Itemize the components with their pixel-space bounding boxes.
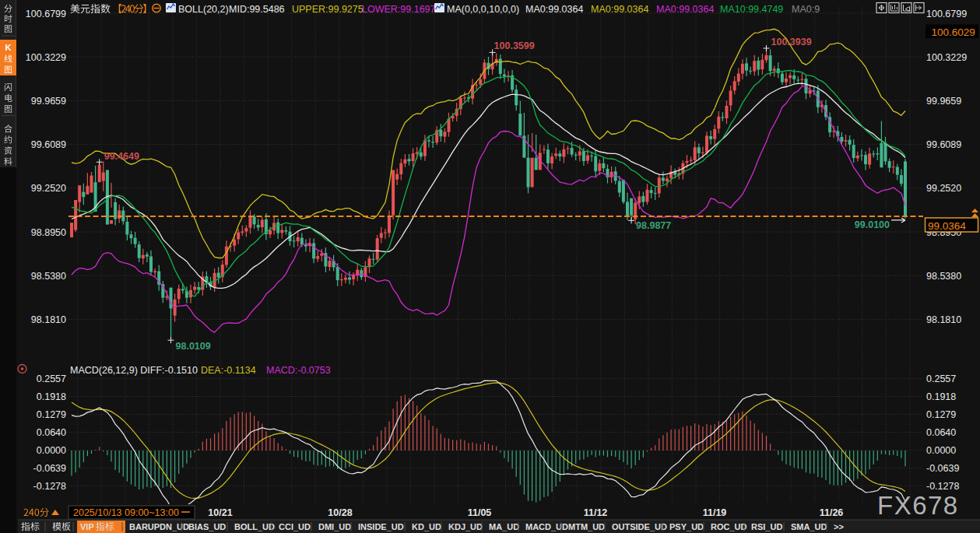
svg-text:10/28: 10/28 [328, 507, 352, 518]
svg-text:100.3939: 100.3939 [771, 37, 812, 47]
svg-text:KD_UD: KD_UD [412, 522, 441, 531]
svg-text:99.6089: 99.6089 [31, 139, 66, 150]
svg-text:-0.0639: -0.0639 [926, 463, 959, 474]
svg-text:0.0640: 0.0640 [926, 427, 956, 438]
svg-text:CCI_UD: CCI_UD [279, 522, 311, 531]
svg-text:MA0:99.0364: MA0:99.0364 [591, 4, 648, 15]
svg-text:0.0000: 0.0000 [926, 445, 956, 456]
svg-text:MA0:99.0364: MA0:99.0364 [656, 4, 714, 15]
svg-text:0.1918: 0.1918 [37, 391, 66, 402]
svg-text:0.2557: 0.2557 [926, 373, 956, 384]
svg-text:99.9659: 99.9659 [31, 96, 66, 107]
svg-text:RSI_UD: RSI_UD [751, 522, 782, 531]
svg-text:MID:99.5486: MID:99.5486 [229, 4, 285, 15]
svg-text:UPPER:99.9275: UPPER:99.9275 [292, 4, 364, 15]
svg-text:11/05: 11/05 [468, 507, 492, 518]
svg-text:98.0109: 98.0109 [176, 341, 211, 352]
svg-text:100.6799: 100.6799 [26, 9, 66, 19]
svg-text:-0.1278: -0.1278 [33, 481, 66, 492]
svg-text:0.0000: 0.0000 [37, 445, 66, 456]
svg-text:MACD(26,12,9) DIFF:-0.1510: MACD(26,12,9) DIFF:-0.1510 [70, 365, 198, 376]
svg-text:-0.0639: -0.0639 [33, 463, 66, 474]
svg-text:99.2520: 99.2520 [926, 183, 961, 194]
svg-text:BOLL(20,2): BOLL(20,2) [178, 4, 229, 15]
svg-text:98.8950: 98.8950 [31, 227, 66, 238]
svg-text:OUTSIDE_UD: OUTSIDE_UD [612, 522, 667, 531]
svg-text:98.1810: 98.1810 [926, 314, 961, 325]
svg-text:11/12: 11/12 [584, 507, 608, 518]
svg-text:DMI_UD: DMI_UD [318, 522, 351, 531]
svg-text:KDJ_UD: KDJ_UD [448, 522, 483, 531]
svg-text:100.6029: 100.6029 [932, 26, 975, 38]
svg-text:98.1810: 98.1810 [31, 314, 66, 325]
svg-text:MA(0,0,0,10,0,0): MA(0,0,0,10,0,0) [447, 4, 519, 15]
svg-text:ROC_UD: ROC_UD [711, 522, 747, 531]
svg-text:MA0:9: MA0:9 [792, 4, 820, 15]
svg-text:100.3599: 100.3599 [494, 40, 535, 51]
svg-text:MTM_UD: MTM_UD [568, 522, 605, 531]
svg-text:99.6089: 99.6089 [926, 139, 961, 150]
svg-text:0.1279: 0.1279 [926, 409, 956, 420]
svg-text:98.5380: 98.5380 [31, 271, 66, 282]
svg-text:0.0640: 0.0640 [37, 427, 66, 438]
svg-text:VIP: VIP [80, 522, 94, 531]
svg-text:99.0364: 99.0364 [928, 220, 966, 232]
svg-text:99.9659: 99.9659 [926, 96, 961, 107]
svg-text:10/21: 10/21 [208, 507, 232, 518]
svg-text:MACD:-0.0753: MACD:-0.0753 [266, 365, 331, 376]
svg-text:99.0100: 99.0100 [855, 219, 890, 230]
svg-text:SMA_UD: SMA_UD [791, 522, 827, 531]
svg-text:100.6799: 100.6799 [926, 9, 967, 19]
svg-text:MACD_UD: MACD_UD [525, 522, 568, 531]
svg-text:100.3229: 100.3229 [926, 52, 967, 63]
svg-text:LOWER:99.1697: LOWER:99.1697 [362, 4, 436, 15]
svg-text:99.2520: 99.2520 [31, 183, 66, 194]
svg-text:99.4649: 99.4649 [104, 151, 139, 162]
svg-text:FX678: FX678 [877, 491, 959, 520]
svg-text:BIAS_UD: BIAS_UD [188, 522, 226, 531]
svg-text:PSY_UD: PSY_UD [669, 522, 704, 531]
svg-text:MA_UD: MA_UD [489, 522, 519, 531]
svg-text:0.2557: 0.2557 [37, 373, 66, 384]
svg-text:INSIDE_UD: INSIDE_UD [358, 522, 404, 531]
svg-text:MA0:99.0364: MA0:99.0364 [525, 4, 583, 15]
svg-text:11/19: 11/19 [703, 507, 727, 518]
svg-text:0.1279: 0.1279 [37, 409, 66, 420]
svg-text:MA10:99.4749: MA10:99.4749 [720, 4, 783, 15]
svg-text:0.1918: 0.1918 [926, 391, 956, 402]
svg-text:11/26: 11/26 [820, 507, 844, 518]
svg-text:2025/10/13 09:00~13:00: 2025/10/13 09:00~13:00 [73, 507, 179, 518]
svg-text:100.3229: 100.3229 [26, 52, 66, 63]
svg-text:98.9877: 98.9877 [636, 220, 671, 231]
svg-text:DEA:-0.1134: DEA:-0.1134 [201, 365, 256, 376]
svg-text:BARUPDN_UD: BARUPDN_UD [129, 522, 189, 531]
svg-text:BOLL_UD: BOLL_UD [234, 522, 275, 531]
svg-text:98.5380: 98.5380 [926, 271, 961, 282]
svg-text:-0.1278: -0.1278 [926, 481, 959, 492]
svg-text:K: K [5, 43, 12, 52]
svg-text:>>: >> [834, 522, 844, 531]
